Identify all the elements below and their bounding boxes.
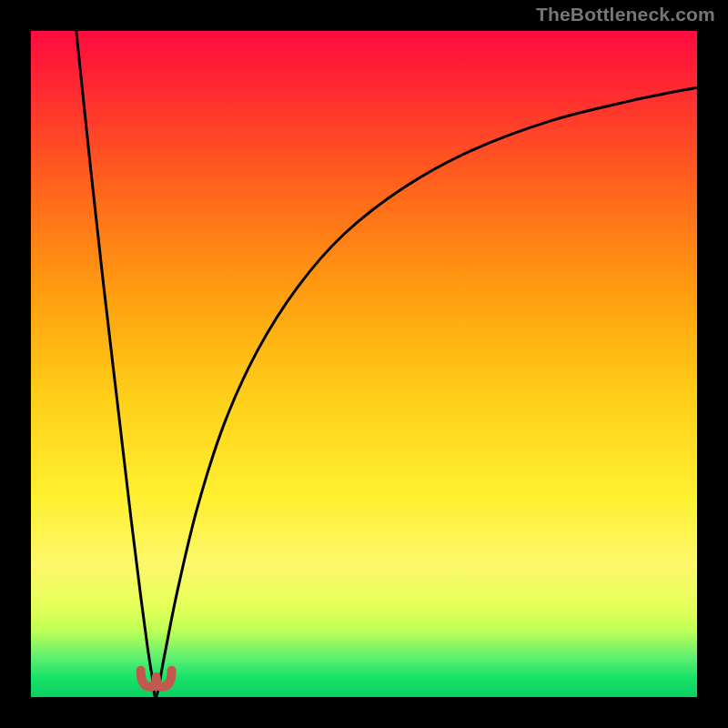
minimum-marker — [141, 671, 172, 687]
bottleneck-curve — [76, 31, 697, 698]
chart-frame: TheBottleneck.com — [0, 0, 728, 728]
chart-curve-layer — [0, 0, 728, 728]
